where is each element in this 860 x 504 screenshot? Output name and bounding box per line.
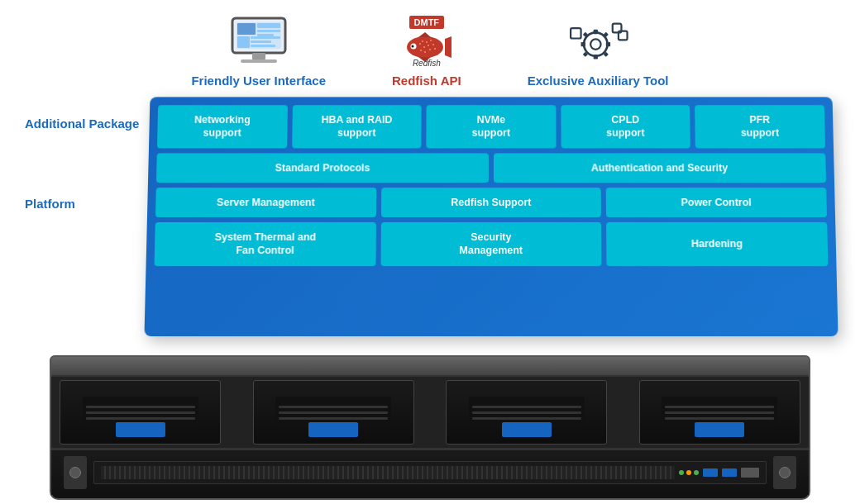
drive-bay-1 bbox=[60, 380, 221, 445]
svg-rect-11 bbox=[241, 59, 277, 63]
svg-rect-10 bbox=[252, 53, 265, 59]
drive-handle-4 bbox=[695, 422, 744, 437]
panel-row-1: Networking support HBA and RAID support … bbox=[157, 105, 825, 148]
svg-rect-32 bbox=[594, 55, 598, 59]
cell-cpld: CPLD support bbox=[561, 105, 690, 148]
svg-point-25 bbox=[429, 49, 431, 50]
usb-port-1 bbox=[703, 468, 718, 477]
server-bottom-bar bbox=[51, 449, 809, 495]
svg-point-19 bbox=[430, 40, 432, 41]
svg-rect-6 bbox=[237, 36, 250, 48]
svg-point-30 bbox=[590, 39, 600, 49]
drive-bay-3 bbox=[446, 380, 607, 445]
led-green bbox=[679, 470, 684, 475]
strip-line bbox=[308, 365, 552, 368]
cell-networking: Networking support bbox=[157, 105, 288, 148]
svg-marker-14 bbox=[418, 32, 431, 37]
usb-port-2 bbox=[722, 468, 737, 477]
cell-security-mgmt: Security Management bbox=[380, 222, 601, 266]
redfish-api-item: DMTF bbox=[392, 15, 461, 88]
svg-point-26 bbox=[424, 51, 426, 53]
vent-line bbox=[665, 406, 774, 408]
drive-bay-4 bbox=[639, 380, 800, 445]
vga-port bbox=[741, 468, 759, 478]
cell-hba-raid: HBA and RAID support bbox=[292, 105, 422, 148]
strip-line bbox=[60, 365, 303, 368]
cell-thermal-fan: System Thermal and Fan Control bbox=[155, 222, 376, 266]
main-area: Additional Package Platform Networking s… bbox=[0, 96, 860, 335]
server-chassis bbox=[50, 355, 810, 500]
monitor-icon bbox=[226, 15, 292, 69]
svg-point-24 bbox=[432, 44, 434, 45]
svg-point-28 bbox=[434, 48, 436, 50]
aux-tool-item: Exclusive Auxiliary Tool bbox=[528, 15, 669, 88]
drive-handle-3 bbox=[502, 422, 552, 437]
panel-row-3: Server Management Redfish Support Power … bbox=[155, 188, 827, 217]
cell-server-mgmt: Server Management bbox=[155, 188, 376, 217]
svg-rect-9 bbox=[251, 45, 275, 47]
svg-point-29 bbox=[584, 32, 607, 55]
svg-point-18 bbox=[426, 41, 428, 43]
vent-line bbox=[472, 406, 581, 408]
svg-rect-33 bbox=[581, 42, 585, 46]
vent-line bbox=[279, 417, 388, 420]
aux-tool-label: Exclusive Auxiliary Tool bbox=[528, 74, 669, 88]
vent-line bbox=[279, 406, 388, 408]
vent-line bbox=[665, 417, 774, 420]
bottom-vent bbox=[101, 466, 675, 479]
platform-label: Platform bbox=[25, 180, 139, 211]
svg-point-27 bbox=[420, 50, 422, 51]
panel-row-2: Standard Protocols Authentication and Se… bbox=[156, 153, 826, 183]
svg-rect-7 bbox=[251, 36, 280, 39]
svg-rect-4 bbox=[257, 30, 280, 32]
vent-line bbox=[279, 411, 388, 414]
cell-standard-protocols: Standard Protocols bbox=[156, 153, 489, 183]
cell-pfr: PFR support bbox=[695, 105, 826, 148]
top-section: Friendly User Interface DMTF bbox=[0, 0, 860, 96]
led-amber bbox=[686, 470, 691, 475]
friendly-ui-label: Friendly User Interface bbox=[191, 74, 326, 88]
additional-package-label: Additional Package bbox=[25, 108, 139, 180]
drive-handle-1 bbox=[116, 422, 165, 437]
vent-line bbox=[86, 406, 195, 408]
side-labels: Additional Package Platform bbox=[25, 96, 147, 211]
vent-line bbox=[86, 417, 195, 420]
left-end-cap bbox=[64, 456, 87, 489]
blue-panel: Networking support HBA and RAID support … bbox=[145, 97, 838, 336]
svg-rect-8 bbox=[251, 40, 271, 43]
svg-rect-31 bbox=[594, 30, 598, 34]
right-knob bbox=[779, 467, 791, 478]
svg-rect-3 bbox=[257, 23, 280, 28]
redfish-api-label: Redfish API bbox=[392, 74, 461, 88]
server-top-strip bbox=[51, 357, 809, 375]
fish-svg bbox=[402, 31, 452, 62]
server-area bbox=[0, 339, 860, 504]
drive-bay-2 bbox=[253, 380, 414, 445]
cell-auth-security: Authentication and Security bbox=[494, 153, 826, 183]
cell-redfish-support: Redfish Support bbox=[381, 188, 602, 217]
vent-line bbox=[665, 411, 774, 414]
svg-point-21 bbox=[428, 45, 429, 46]
tool-icon bbox=[565, 15, 631, 69]
strip-line bbox=[557, 365, 800, 368]
svg-point-17 bbox=[411, 45, 413, 48]
right-end-cap bbox=[773, 456, 796, 489]
vent-line bbox=[472, 417, 581, 420]
svg-marker-13 bbox=[445, 35, 452, 59]
svg-point-22 bbox=[423, 46, 425, 48]
cell-hardening: Hardening bbox=[607, 222, 829, 266]
server-drive-bays bbox=[51, 375, 809, 449]
friendly-ui-item: Friendly User Interface bbox=[191, 15, 326, 88]
svg-point-23 bbox=[419, 43, 421, 45]
svg-rect-5 bbox=[257, 34, 274, 36]
redfish-logo: DMTF bbox=[394, 15, 460, 69]
vent-line bbox=[86, 411, 195, 414]
led-group bbox=[679, 470, 699, 475]
bottom-bar bbox=[93, 461, 767, 484]
led-green-2 bbox=[694, 470, 699, 475]
vent-line bbox=[472, 411, 581, 414]
svg-rect-34 bbox=[606, 42, 610, 46]
cell-nvme: NVMe support bbox=[427, 105, 557, 148]
drive-handle-2 bbox=[308, 422, 358, 437]
svg-rect-41 bbox=[571, 28, 580, 38]
